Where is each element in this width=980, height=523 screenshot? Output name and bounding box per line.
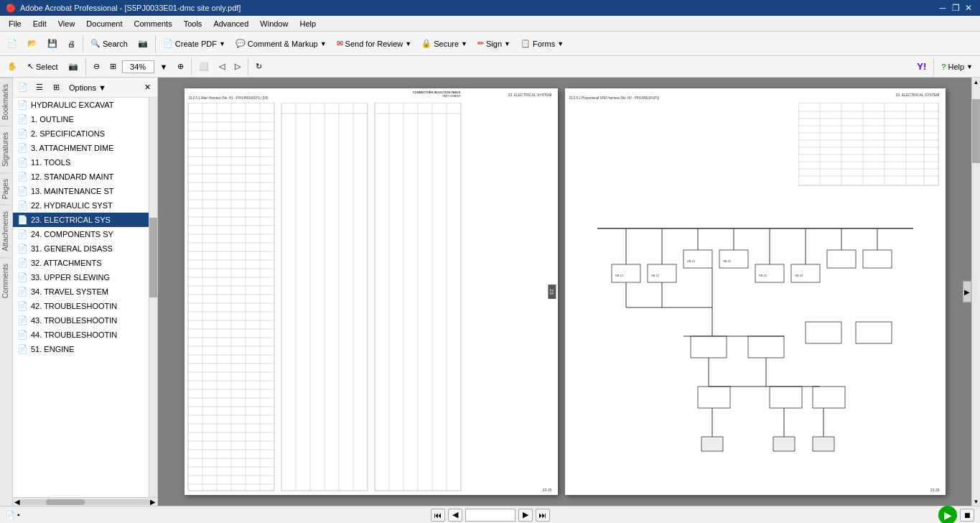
pages-tab[interactable]: Pages: [0, 172, 11, 205]
select-btn[interactable]: ↖ Select: [23, 57, 62, 77]
stop-btn[interactable]: ⏹: [960, 509, 974, 522]
minimize-button[interactable]: ─: [937, 2, 948, 14]
menu-item-view[interactable]: View: [52, 18, 81, 29]
camera-btn[interactable]: 📷: [134, 34, 152, 54]
bookmark-item-16[interactable]: 📄44. TROUBLESHOOTIN: [13, 328, 157, 342]
restore-button[interactable]: ❐: [950, 2, 961, 14]
bookmark-icon-14: 📄: [17, 301, 28, 311]
nav-left-btn[interactable]: ◁: [215, 57, 229, 77]
menu-item-file[interactable]: File: [3, 18, 27, 29]
right-panel-toggle[interactable]: ▶: [963, 281, 971, 302]
svg-rect-104: [748, 336, 784, 358]
bm-icon-view[interactable]: 📄: [16, 80, 30, 95]
bookmark-item-7[interactable]: 📄22. HYDRAULIC SYST: [13, 198, 157, 213]
menu-item-document[interactable]: Document: [80, 18, 128, 29]
yaho-btn[interactable]: Y!: [913, 57, 930, 77]
help-btn[interactable]: ? Help ▼: [937, 57, 977, 77]
zoom-input[interactable]: [122, 60, 154, 73]
bookmark-item-4[interactable]: 📄11. TOOLS: [13, 155, 157, 170]
bookmark-item-5[interactable]: 📄12. STANDARD MAINT: [13, 170, 157, 184]
scroll-right-btn[interactable]: ▶: [150, 498, 156, 506]
bookmark-item-12[interactable]: 📄33. UPPER SLEWING: [13, 270, 157, 284]
print-btn[interactable]: 🖨: [63, 34, 80, 54]
bm-tree-view[interactable]: ⊞: [49, 80, 63, 95]
bookmark-item-0[interactable]: 📄HYDRAULIC EXCAVAT: [13, 98, 157, 112]
fit-window-btn[interactable]: ⬜: [195, 57, 213, 77]
sign-btn[interactable]: ✏ Sign ▼: [473, 34, 515, 54]
start-meeting-btn[interactable]: ▶: [938, 506, 957, 524]
prev-page-btn[interactable]: ◀: [448, 509, 462, 522]
menu-item-advanced[interactable]: Advanced: [207, 18, 254, 29]
bookmarks-tab[interactable]: Bookmarks: [0, 78, 11, 126]
menu-item-tools[interactable]: Tools: [178, 18, 208, 29]
secure-btn[interactable]: 🔒 Secure ▼: [417, 34, 472, 54]
side-tabs: Bookmarks Signatures Pages Attachments C…: [0, 78, 13, 506]
bookmark-item-10[interactable]: 📄31. GENERAL DISASS: [13, 241, 157, 256]
bookmark-item-2[interactable]: 📄2. SPECIFICATIONS: [13, 126, 157, 141]
send-review-btn[interactable]: ✉ Send for Review ▼: [332, 34, 416, 54]
next-page-btn[interactable]: ▶: [518, 509, 533, 522]
bm-options-btn[interactable]: Options ▼: [65, 80, 110, 96]
comment-btn[interactable]: 💬 Comment & Markup ▼: [231, 34, 331, 54]
bookmark-item-14[interactable]: 📄42. TROUBLESHOOTIN: [13, 299, 157, 313]
bookmark-item-6[interactable]: 📄13. MAINTENANCE ST: [13, 184, 157, 198]
bookmark-icon-6: 📄: [17, 186, 28, 196]
vscroll-up-btn[interactable]: ▲: [972, 78, 980, 86]
hand-tool-btn[interactable]: ✋: [3, 57, 22, 77]
bm-close-btn[interactable]: ✕: [140, 80, 154, 95]
svg-rect-97: [863, 250, 892, 268]
zoom-in-btn[interactable]: ⊕: [173, 57, 188, 77]
first-page-btn[interactable]: ⏮: [431, 509, 445, 522]
bookmark-item-15[interactable]: 📄43. TROUBLESHOOTIN: [13, 313, 157, 328]
nav-right-btn[interactable]: ▷: [230, 57, 245, 77]
title-text: Adobe Acrobat Professional - [S5PJ0033E0…: [20, 4, 241, 12]
forms-btn[interactable]: 📋 Forms ▼: [516, 34, 568, 54]
zoom-fit-btn[interactable]: ⊞: [106, 57, 121, 77]
bookmark-item-9[interactable]: 📄24. COMPONENTS SY: [13, 227, 157, 241]
status-bar: 📄 ▪ ⏮ ◀ 160 of 941 ▶ ⏭ ▶ ⏹: [0, 506, 980, 523]
close-button[interactable]: ✕: [963, 2, 974, 14]
bookmark-item-11[interactable]: 📄32. ATTACHMENTS: [13, 256, 157, 270]
snapshot-btn[interactable]: 📷: [64, 57, 83, 77]
vscroll-down-btn[interactable]: ▼: [972, 497, 980, 506]
new-icon: 📄: [7, 39, 17, 48]
last-page-btn[interactable]: ⏭: [536, 509, 550, 522]
create-pdf-icon: 📄: [163, 39, 173, 48]
menu-item-window[interactable]: Window: [254, 18, 294, 29]
comments-tab[interactable]: Comments: [0, 257, 11, 304]
signatures-tab[interactable]: Signatures: [0, 126, 11, 172]
bookmark-label-8: 23. ELECTRICAL SYS: [31, 216, 111, 224]
menu-item-help[interactable]: Help: [294, 18, 322, 29]
nav-left-icon: ◁: [219, 62, 225, 71]
bookmark-label-10: 31. GENERAL DISASS: [31, 244, 113, 253]
scroll-thumb: [46, 499, 85, 505]
create-pdf-dropdown-icon: ▼: [219, 40, 225, 47]
bm-list-view[interactable]: ☰: [32, 80, 47, 95]
left-panel-vscroll[interactable]: [149, 98, 157, 497]
attachments-tab[interactable]: Attachments: [0, 205, 11, 257]
bookmark-item-13[interactable]: 📄34. TRAVEL SYSTEM: [13, 284, 157, 299]
zoom-out-btn[interactable]: ⊖: [89, 57, 104, 77]
new-btn[interactable]: 📄: [3, 34, 22, 54]
bookmark-item-17[interactable]: 📄51. ENGINE: [13, 342, 157, 356]
open-btn[interactable]: 📂: [23, 34, 42, 54]
create-pdf-btn[interactable]: 📄 Create PDF ▼: [159, 34, 230, 54]
search-btn[interactable]: 🔍 Search: [86, 34, 132, 54]
page-input[interactable]: 160 of 941: [465, 509, 515, 522]
save-btn[interactable]: 💾: [43, 34, 62, 54]
doc-vscroll[interactable]: ▲ ▼: [971, 78, 980, 506]
menu-item-edit[interactable]: Edit: [27, 18, 52, 29]
bookmark-item-1[interactable]: 📄1. OUTLINE: [13, 112, 157, 126]
zoom-dropdown-btn[interactable]: ▼: [156, 57, 172, 77]
rotate-btn[interactable]: ↻: [251, 57, 266, 77]
left-scrollbar[interactable]: ◀ ▶: [13, 497, 157, 506]
bm-options-dropdown-icon: ▼: [98, 83, 106, 92]
bookmark-item-3[interactable]: 📄3. ATTACHMENT DIME: [13, 141, 157, 155]
bookmark-item-8[interactable]: 📄23. ELECTRICAL SYS: [13, 213, 157, 227]
secure-dropdown-icon: ▼: [461, 40, 467, 47]
scroll-track[interactable]: [20, 499, 150, 505]
scroll-left-btn[interactable]: ◀: [14, 498, 20, 506]
menu-item-comments[interactable]: Comments: [129, 18, 178, 29]
window-controls[interactable]: ─ ❐ ✕: [937, 2, 974, 14]
pdf-header-left: 23. ELECTRICAL SYSTEM: [508, 93, 552, 97]
